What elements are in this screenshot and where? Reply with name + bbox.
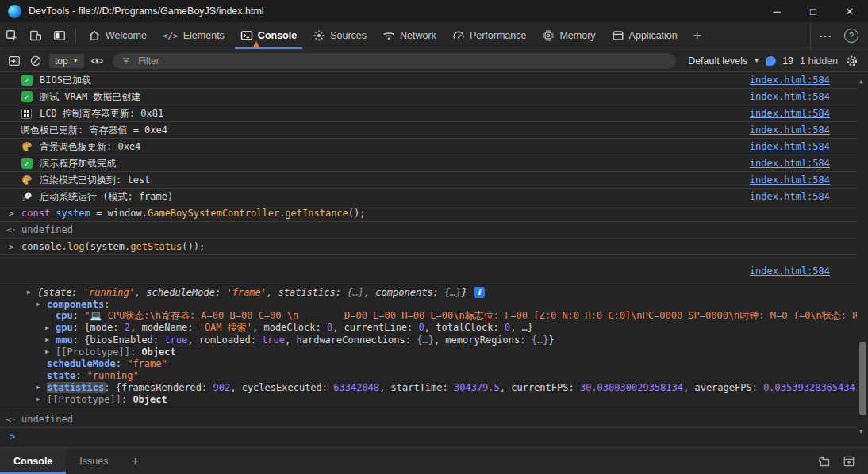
- more-tabs-button[interactable]: +: [686, 22, 709, 49]
- more-options-icon[interactable]: ···: [814, 30, 838, 42]
- home-icon: [88, 29, 101, 42]
- green-check-icon: ✓: [21, 91, 33, 103]
- inspect-element-icon[interactable]: [0, 22, 24, 49]
- tab-elements[interactable]: </> Elements: [155, 22, 232, 49]
- tab-label: Application: [629, 30, 678, 41]
- lcd-grid-icon: [21, 108, 33, 120]
- tree-row-text: [[Prototype]]: Object: [47, 394, 167, 405]
- expand-arrow-icon[interactable]: ▶: [45, 324, 56, 331]
- devtools-window: DevTools - file:///D:/Programs/GameBoyJS…: [0, 0, 868, 474]
- tab-label: Welcome: [106, 30, 147, 41]
- info-icon[interactable]: i: [474, 287, 485, 298]
- palette-icon: [21, 174, 33, 186]
- object-tree-row: ▶gpu: {mode: 2, modeName: 'OAM 搜索', mode…: [0, 322, 857, 334]
- console-toolbar: top ▼ Default levels ▼ 19 1 hidden: [0, 50, 868, 72]
- context-selector[interactable]: top ▼: [49, 54, 84, 68]
- tab-welcome[interactable]: Welcome: [80, 22, 155, 49]
- object-tree-row: state: "running": [0, 369, 857, 381]
- drawer-tab-console[interactable]: Console: [0, 448, 66, 474]
- scroll-down-icon[interactable]: ▼: [859, 428, 863, 435]
- source-link[interactable]: index.html:584: [750, 141, 830, 152]
- messages-bubble-icon: [766, 56, 776, 66]
- console-message: 调色板已更新: 寄存器值 = 0xe4index.html:584: [0, 122, 857, 139]
- tab-memory[interactable]: Memory: [534, 22, 603, 49]
- tab-label: Console: [258, 30, 297, 41]
- chevron-down-icon: ▼: [73, 58, 79, 63]
- default-levels-dropdown[interactable]: Default levels: [688, 55, 747, 67]
- tab-network[interactable]: Network: [374, 22, 444, 49]
- minimize-icon[interactable]: ─: [759, 0, 795, 22]
- source-link[interactable]: index.html:584: [750, 191, 830, 202]
- object-tree-row: ▶mmu: {biosEnabled: true, romLoaded: tru…: [0, 334, 857, 346]
- expand-arrow-icon[interactable]: ▶: [45, 336, 56, 343]
- message-count: 19: [782, 55, 793, 67]
- console-result: <·undefined: [0, 222, 857, 239]
- source-link[interactable]: index.html:584: [750, 266, 830, 277]
- message-text: 调色板已更新: 寄存器值 = 0xe4: [21, 124, 750, 137]
- console-panel: ✓BIOS已加载index.html:584✓测试 VRAM 数据已创建inde…: [0, 72, 868, 447]
- tab-label: Memory: [559, 30, 595, 41]
- console-sidebar-icon[interactable]: [6, 53, 22, 69]
- expand-arrow-icon[interactable]: ▶: [36, 384, 47, 391]
- scroll-up-icon[interactable]: ▲: [859, 78, 863, 85]
- green-check-icon: ✓: [21, 75, 33, 86]
- filter-funnel-icon: [121, 55, 132, 67]
- maximize-icon[interactable]: □: [795, 0, 832, 22]
- expand-drawer-icon[interactable]: [843, 455, 855, 468]
- source-link[interactable]: index.html:584: [750, 108, 830, 119]
- source-link[interactable]: index.html:584: [750, 174, 830, 185]
- object-tree-row: ▶[[Prototype]]: Object: [0, 393, 857, 405]
- application-icon: [612, 29, 624, 42]
- tab-console[interactable]: Console: [232, 22, 305, 49]
- help-icon[interactable]: ?: [844, 29, 858, 43]
- scrollbar[interactable]: ▲ ▼: [857, 72, 868, 447]
- source-link[interactable]: index.html:584: [750, 124, 830, 136]
- console-settings-gear-icon[interactable]: [844, 53, 860, 69]
- source-link[interactable]: index.html:584: [750, 91, 830, 102]
- source-link[interactable]: index.html:584: [750, 158, 830, 169]
- scrollbar-thumb[interactable]: [859, 342, 866, 415]
- message-text: LCD 控制寄存器更新: 0x81: [40, 107, 750, 120]
- drawer-tab-issues[interactable]: Issues: [66, 448, 121, 474]
- console-icon: [240, 29, 253, 42]
- result-text: undefined: [21, 224, 73, 235]
- message-text: BIOS已加载: [40, 74, 750, 87]
- input-chevron-icon: >: [9, 208, 21, 219]
- expand-arrow-icon[interactable]: ▶: [36, 300, 47, 308]
- message-text: 背景调色板更新: 0xe4: [40, 140, 750, 154]
- tree-row-text: [[Prototype]]: Object: [56, 346, 176, 357]
- tab-sources[interactable]: Sources: [305, 22, 374, 49]
- device-toolbar-icon[interactable]: [24, 22, 48, 49]
- expand-arrow-icon[interactable]: ▶: [36, 396, 47, 403]
- tree-row-text: statistics: {framesRendered: 902, cycles…: [47, 382, 857, 393]
- close-icon[interactable]: ✕: [832, 0, 868, 22]
- message-text: 启动系统运行 (模式: frame): [40, 190, 750, 204]
- edge-logo-icon: [8, 5, 21, 18]
- drawer-right: [817, 448, 868, 474]
- live-expression-eye-icon[interactable]: [90, 53, 106, 69]
- tab-performance[interactable]: Performance: [444, 22, 535, 49]
- activity-bar-icon[interactable]: [48, 22, 71, 49]
- tab-label: Network: [400, 30, 436, 41]
- console-prompt[interactable]: >: [0, 428, 857, 445]
- code-brackets-icon: </>: [163, 31, 179, 41]
- filter-input[interactable]: [136, 55, 668, 67]
- dock-drawer-icon[interactable]: [817, 455, 831, 468]
- tree-row-text: cpu: "💻 CPU状态:\n寄存器: A=00 B=00 C=00 \n D…: [56, 310, 857, 322]
- expand-arrow-icon[interactable]: ▶: [45, 348, 56, 355]
- tab-application[interactable]: Application: [604, 22, 686, 49]
- console-message: ✓BIOS已加载index.html:584: [0, 72, 857, 89]
- titlebar: DevTools - file:///D:/Programs/GameBoyJS…: [0, 0, 868, 22]
- expand-arrow-icon[interactable]: ▶: [27, 289, 37, 296]
- add-drawer-tab-button[interactable]: +: [121, 448, 148, 474]
- message-text: 渲染模式已切换到: test: [40, 174, 750, 187]
- drawer-tabbar: Console Issues +: [0, 447, 868, 474]
- rocket-icon: [21, 191, 33, 203]
- chevron-down-icon[interactable]: ▼: [754, 58, 759, 63]
- object-tree-row: ▶components:: [0, 298, 857, 310]
- console-output: ✓BIOS已加载index.html:584✓测试 VRAM 数据已创建inde…: [0, 72, 857, 447]
- clear-console-icon[interactable]: [28, 53, 44, 69]
- source-link[interactable]: index.html:584: [750, 75, 830, 86]
- tab-label: Elements: [183, 30, 225, 41]
- main-tabbar: Welcome </> Elements Console Sources Net…: [0, 22, 868, 50]
